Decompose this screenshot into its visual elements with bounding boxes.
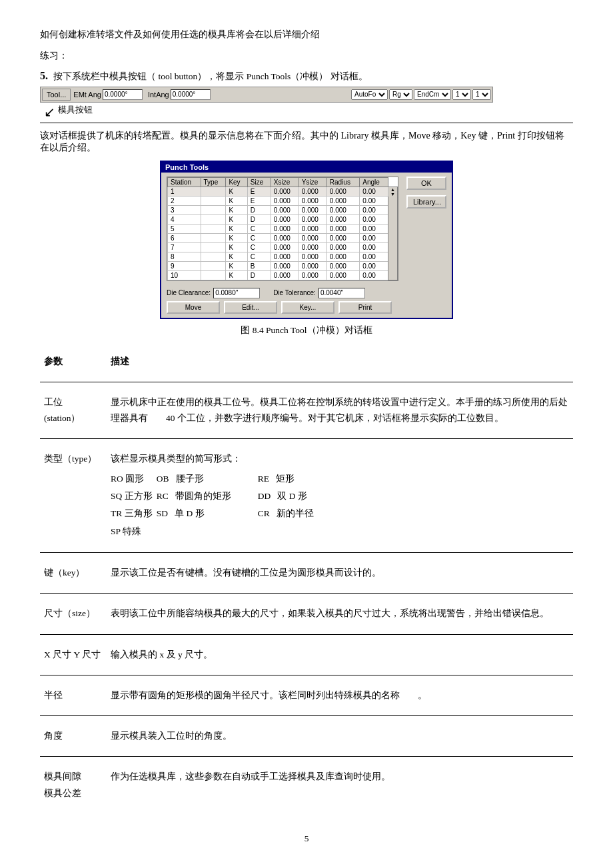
num2-select[interactable]: 1 bbox=[472, 89, 491, 100]
param-desc-clearance: 作为任选模具库，这些参数在自动或手工选择模具及库查询时使用。 bbox=[107, 763, 573, 807]
table-row[interactable]: 2KE0.0000.0000.0000.00 bbox=[168, 196, 398, 205]
emt-field: EMt Ang bbox=[73, 89, 143, 100]
cell-8-4: 0.000 bbox=[271, 261, 299, 270]
cell-8-3: B bbox=[247, 261, 271, 270]
cell-8-7: 0.00 bbox=[360, 261, 388, 270]
fig-caption: 图 8.4 Punch Tool（冲模）对话框 bbox=[40, 324, 573, 336]
emt-input[interactable] bbox=[103, 89, 143, 100]
key-button[interactable]: Key... bbox=[281, 301, 334, 314]
cell-5-7: 0.00 bbox=[360, 233, 388, 242]
cell-5-6: 0.000 bbox=[326, 233, 360, 242]
num1-select[interactable]: 1 bbox=[452, 89, 471, 100]
cell-7-3: C bbox=[247, 252, 271, 261]
col-radius: Radius bbox=[326, 177, 360, 187]
params-table-station: 工位(station） 显示机床中正在使用的模具工位号。模具工位将在控制系统的转… bbox=[40, 389, 573, 432]
type-ob-code: OB bbox=[157, 474, 169, 484]
intro-line2: 练习： bbox=[40, 48, 573, 64]
cell-3-4: 0.000 bbox=[271, 215, 299, 224]
param-row-radius: 半径 显示带有圆角的矩形模的圆角半径尺寸。该栏同时列出特殊模具的名称 。 bbox=[40, 682, 573, 709]
action-buttons-row: Move Edit... Key... Print bbox=[167, 301, 446, 314]
param-desc-station: 显示机床中正在使用的模具工位号。模具工位将在控制系统的转塔设置中进行定义。本手册… bbox=[107, 389, 573, 432]
cell-3-5: 0.000 bbox=[299, 215, 326, 224]
cell-8-2: K bbox=[226, 261, 247, 270]
page-number: 5 bbox=[40, 833, 573, 844]
table-row[interactable]: 7KC0.0000.0000.0000.00 bbox=[168, 242, 398, 252]
table-row-area: Station Type Key Size Xsize Ysize Radius… bbox=[167, 177, 446, 285]
cell-9-3: D bbox=[247, 270, 271, 280]
table-row[interactable]: 6KC0.0000.0000.0000.00 bbox=[168, 233, 398, 242]
cell-5-1 bbox=[201, 233, 226, 242]
autof-select[interactable]: AutoFo bbox=[351, 89, 388, 100]
table-header-row: Station Type Key Size Xsize Ysize Radius… bbox=[168, 177, 398, 187]
param-name-clearance: 模具间隙模具公差 bbox=[40, 763, 107, 807]
cell-6-1 bbox=[201, 242, 226, 252]
intang-label: IntAng bbox=[148, 91, 169, 99]
rg-select[interactable]: Rg bbox=[389, 89, 412, 100]
tool-button-label: tool button bbox=[158, 71, 197, 82]
table-row[interactable]: 4KD0.0000.0000.0000.00 bbox=[168, 215, 398, 224]
table-row[interactable]: 9KB0.0000.0000.0000.00 bbox=[168, 261, 398, 270]
intang-field: IntAng bbox=[148, 89, 211, 100]
edit-button[interactable]: Edit... bbox=[224, 301, 277, 314]
cell-0-5: 0.000 bbox=[299, 187, 326, 196]
cell-0-6: 0.000 bbox=[326, 187, 360, 196]
cell-6-5: 0.000 bbox=[299, 242, 326, 252]
table-row[interactable]: 8KC0.0000.0000.0000.00 bbox=[168, 252, 398, 261]
cell-1-1 bbox=[201, 196, 226, 205]
type-sd-text: 单 D 形 bbox=[175, 508, 205, 518]
params-section: 参数 描述 工位(station） 显示机床中正在使用的模具工位号。模具工位将在… bbox=[40, 348, 573, 807]
param-desc-xy: 输入模具的 x 及 y 尺寸。 bbox=[107, 642, 573, 668]
params-table-key: 键（key） 显示该工位是否有键槽。没有键槽的工位是为圆形模具而设计的。 bbox=[40, 560, 573, 586]
type-dd-text: 双 D 形 bbox=[277, 491, 307, 501]
die-clearance-input[interactable] bbox=[213, 288, 260, 298]
params-table: 参数 描述 bbox=[40, 348, 573, 375]
cell-2-5: 0.000 bbox=[299, 205, 326, 215]
type-cr-text: 新的半径 bbox=[277, 508, 314, 518]
intang-input[interactable] bbox=[171, 89, 211, 100]
table-row[interactable]: 1KE0.0000.0000.0000.00▲▼ bbox=[168, 187, 398, 196]
scrollbar[interactable]: ▲▼ bbox=[388, 187, 398, 280]
tool-button[interactable]: Tool... bbox=[42, 89, 71, 101]
move-button[interactable]: Move bbox=[167, 301, 220, 314]
cell-0-1 bbox=[201, 187, 226, 196]
cell-9-7: 0.00 bbox=[360, 270, 388, 280]
endcm-select[interactable]: EndCm bbox=[414, 89, 451, 100]
toolbar-annotation: 模具按钮 bbox=[58, 104, 93, 116]
toolbar-annotation-row: ↙ 模具按钮 bbox=[40, 104, 573, 120]
table-row[interactable]: 5KC0.0000.0000.0000.00 bbox=[168, 224, 398, 233]
cell-5-0: 6 bbox=[168, 233, 201, 242]
type-re-text: 矩形 bbox=[276, 474, 295, 484]
cell-6-3: C bbox=[247, 242, 271, 252]
cell-6-6: 0.000 bbox=[326, 242, 360, 252]
param-row-type: 类型（type） 该栏显示模具类型的简写形式： RO 圆形 OB 腰子形 RE … bbox=[40, 446, 573, 545]
cell-4-5: 0.000 bbox=[299, 224, 326, 233]
die-tolerance-input[interactable] bbox=[318, 288, 365, 298]
cell-4-3: C bbox=[247, 224, 271, 233]
cell-7-6: 0.000 bbox=[326, 252, 360, 261]
cell-1-5: 0.000 bbox=[299, 196, 326, 205]
cell-8-5: 0.000 bbox=[299, 261, 326, 270]
cell-2-2: K bbox=[226, 205, 247, 215]
cell-7-1 bbox=[201, 252, 226, 261]
cell-2-3: D bbox=[247, 205, 271, 215]
type-sp-text: 特殊 bbox=[123, 526, 141, 536]
table-scroll-area: Station Type Key Size Xsize Ysize Radius… bbox=[167, 177, 398, 285]
cell-5-4: 0.000 bbox=[271, 233, 299, 242]
cell-7-0: 8 bbox=[168, 252, 201, 261]
cell-9-5: 0.000 bbox=[299, 270, 326, 280]
table-row[interactable]: 3KD0.0000.0000.0000.00 bbox=[168, 205, 398, 215]
emt-label: EMt Ang bbox=[73, 91, 101, 99]
ok-button[interactable]: OK bbox=[406, 177, 446, 190]
cell-2-4: 0.000 bbox=[271, 205, 299, 215]
cell-8-0: 9 bbox=[168, 261, 201, 270]
param-name-type: 类型（type） bbox=[40, 446, 107, 545]
table-row[interactable]: 10KD0.0000.0000.0000.00 bbox=[168, 270, 398, 280]
cell-6-4: 0.000 bbox=[271, 242, 299, 252]
station-table: Station Type Key Size Xsize Ysize Radius… bbox=[167, 177, 398, 280]
section-desc: 该对话框提供了机床的转塔配置。模具的显示信息将在下面介绍。其中的 Library… bbox=[40, 130, 573, 154]
library-button[interactable]: Library... bbox=[406, 195, 446, 209]
param-name-size: 尺寸（size） bbox=[40, 600, 107, 627]
cell-4-0: 5 bbox=[168, 224, 201, 233]
print-button[interactable]: Print bbox=[338, 301, 392, 314]
die-clearance-field: Die Clearance: bbox=[167, 288, 260, 298]
